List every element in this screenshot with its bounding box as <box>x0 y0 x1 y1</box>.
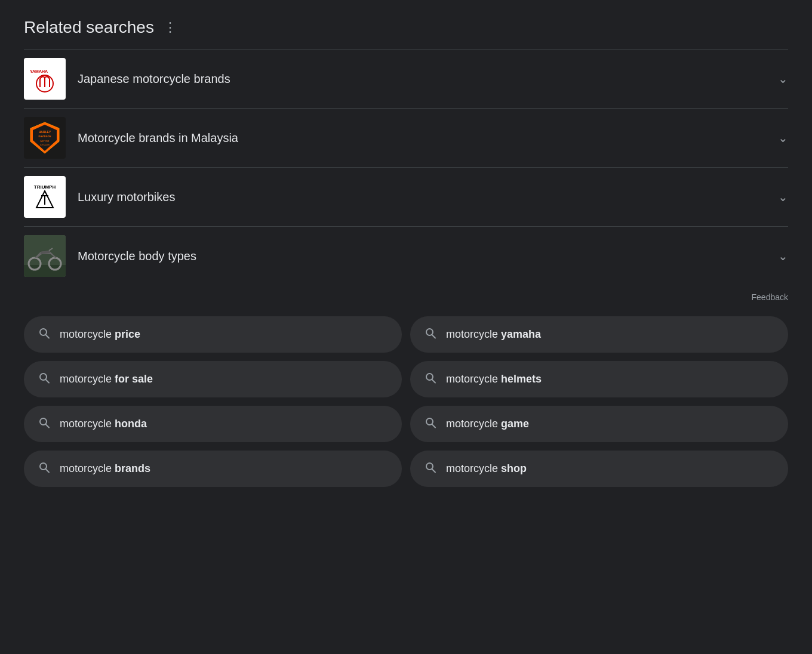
search-chip-for-sale[interactable]: motorcycle for sale <box>24 361 402 397</box>
thumb-harley: HARLEY DAVIDSON MOTOR CYCLES <box>24 117 66 159</box>
search-chip-honda[interactable]: motorcycle honda <box>24 406 402 442</box>
search-chip-shop[interactable]: motorcycle shop <box>410 451 788 487</box>
svg-line-38 <box>432 469 436 473</box>
related-item-body-types[interactable]: Motorcycle body types ⌄ <box>24 227 788 285</box>
related-item-text-luxury-motorbikes: Luxury motorbikes <box>78 190 772 204</box>
chip-text-for-sale: motorcycle for sale <box>60 373 153 385</box>
search-chip-price[interactable]: motorcycle price <box>24 316 402 353</box>
chip-text-helmets: motorcycle helmets <box>446 373 542 385</box>
svg-line-24 <box>46 335 50 338</box>
related-item-luxury-motorbikes[interactable]: TRIUMPH Luxury motorbikes ⌄ <box>24 168 788 227</box>
svg-text:DAVIDSON: DAVIDSON <box>39 135 51 138</box>
thumb-yamaha: YAMAHA <box>24 58 66 100</box>
feedback-row: Feedback <box>24 285 788 316</box>
svg-line-34 <box>432 424 436 428</box>
svg-line-28 <box>46 380 50 383</box>
svg-text:YAMAHA: YAMAHA <box>30 69 48 73</box>
chip-text-yamaha: motorcycle yamaha <box>446 328 541 341</box>
chip-text-price: motorcycle price <box>60 328 140 341</box>
search-icon <box>425 461 436 476</box>
search-chip-yamaha[interactable]: motorcycle yamaha <box>410 316 788 353</box>
search-chip-helmets[interactable]: motorcycle helmets <box>410 361 788 397</box>
chevron-down-icon: ⌄ <box>778 72 788 86</box>
section-title: Related searches <box>24 18 154 37</box>
svg-text:HARLEY: HARLEY <box>39 130 51 134</box>
search-icon <box>425 417 436 431</box>
related-item-text-japanese-brands: Japanese motorcycle brands <box>78 72 772 86</box>
related-item-malaysia-brands[interactable]: HARLEY DAVIDSON MOTOR CYCLES Motorcycle … <box>24 109 788 168</box>
svg-line-36 <box>46 469 50 473</box>
search-icon <box>38 461 50 476</box>
svg-text:TRIUMPH: TRIUMPH <box>34 184 56 190</box>
chip-text-game: motorcycle game <box>446 418 529 430</box>
search-icon <box>38 417 50 431</box>
search-icon <box>425 327 436 342</box>
search-icon <box>425 372 436 387</box>
more-options-icon[interactable]: ⋮ <box>164 20 178 35</box>
svg-line-30 <box>432 380 436 383</box>
search-chips-grid: motorcycle price motorcycle yamaha motor… <box>24 316 788 487</box>
chevron-down-icon: ⌄ <box>778 131 788 145</box>
svg-text:CYCLES: CYCLES <box>40 143 50 146</box>
chevron-down-icon: ⌄ <box>778 249 788 263</box>
related-item-text-malaysia-brands: Motorcycle brands in Malaysia <box>78 131 772 145</box>
search-icon <box>38 372 50 387</box>
feedback-link[interactable]: Feedback <box>752 292 788 302</box>
search-chip-brands[interactable]: motorcycle brands <box>24 451 402 487</box>
thumb-triumph: TRIUMPH <box>24 176 66 218</box>
thumb-motorcycle-photo <box>24 235 66 277</box>
svg-line-26 <box>432 335 436 338</box>
svg-line-32 <box>46 424 50 428</box>
related-items-list: YAMAHA Japanese motorcycle brands ⌄ HARL… <box>24 50 788 285</box>
related-item-japanese-brands[interactable]: YAMAHA Japanese motorcycle brands ⌄ <box>24 50 788 109</box>
chevron-down-icon: ⌄ <box>778 190 788 204</box>
related-searches-header: Related searches ⋮ <box>24 18 788 37</box>
chip-text-brands: motorcycle brands <box>60 462 150 475</box>
svg-text:MOTOR: MOTOR <box>41 140 50 143</box>
search-icon <box>38 327 50 342</box>
search-chip-game[interactable]: motorcycle game <box>410 406 788 442</box>
chip-text-shop: motorcycle shop <box>446 462 527 475</box>
related-item-text-body-types: Motorcycle body types <box>78 249 772 263</box>
chip-text-honda: motorcycle honda <box>60 418 147 430</box>
